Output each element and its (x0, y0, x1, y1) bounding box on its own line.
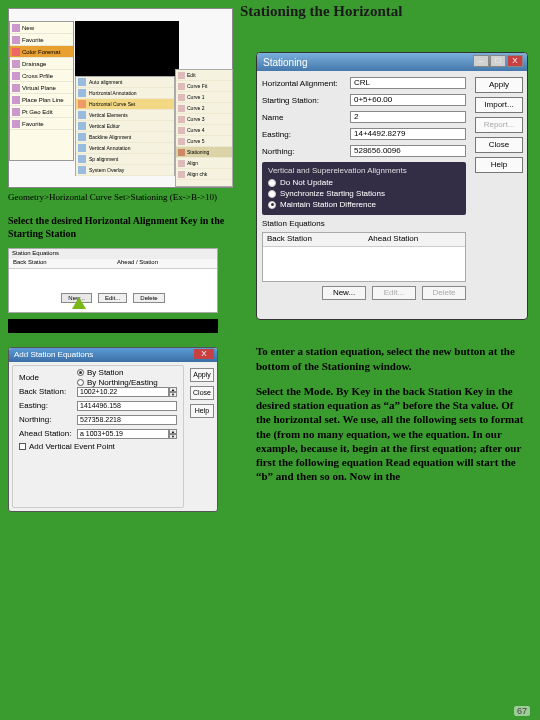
close-button[interactable]: Close (475, 137, 523, 153)
submenu2-item[interactable]: Curve Fit (176, 81, 232, 92)
menu-item[interactable]: Virtual Plane (10, 82, 73, 94)
mini-delete-button[interactable]: Delete (133, 293, 164, 303)
northing-input[interactable] (77, 415, 177, 425)
equations-grid: Back Station Ahead Station (262, 232, 466, 282)
report-button[interactable]: Report... (475, 117, 523, 133)
back-station-input[interactable] (77, 387, 169, 397)
instruction-paragraph-1: To enter a station equation, select the … (256, 344, 524, 374)
starting-station-label: Starting Station: (262, 96, 350, 105)
menu-item[interactable]: Place Plan Line (10, 94, 73, 106)
menu-item[interactable]: Pt Geo Edit (10, 106, 73, 118)
page-title: Stationing the Horizontal (240, 2, 403, 22)
radio-synchronize[interactable] (268, 190, 276, 198)
submenu-item-selected[interactable]: Horizontal Curve Set (76, 99, 174, 110)
northing-label: Northing: (19, 415, 77, 424)
instruction-paragraph-2: Select the Mode. By Key in the back Stat… (256, 384, 524, 484)
radio-by-ne[interactable] (77, 379, 84, 386)
spinner-icon[interactable]: ▲▼ (169, 387, 177, 397)
submenu-item[interactable]: Backline Alignment (76, 132, 174, 143)
menu-item-selected[interactable]: Color Foremat (10, 46, 73, 58)
submenu-item[interactable]: Horizontal Annotation (76, 88, 174, 99)
close-button[interactable]: Close (190, 386, 214, 400)
help-button[interactable]: Help (190, 404, 214, 418)
spinner-icon[interactable]: ▲▼ (169, 429, 177, 439)
main-menu: New Favorite Color Foremat Drainage Cros… (9, 21, 74, 161)
menu-item[interactable]: Favorite (10, 34, 73, 46)
menu-item[interactable]: Favorite (10, 118, 73, 130)
submenu-item[interactable]: Vertical Elements (76, 110, 174, 121)
submenu-item[interactable]: System Overlay (76, 165, 174, 176)
add-station-titlebar[interactable]: Add Station Equations X (9, 348, 217, 362)
name-input[interactable]: 2 (350, 111, 466, 123)
radio-by-station[interactable] (77, 369, 84, 376)
black-bar (8, 319, 218, 333)
radio-do-not-update[interactable] (268, 179, 276, 187)
group-legend: Vertical and Superelevation Alignments (268, 166, 460, 175)
name-label: Name (262, 113, 350, 122)
stationing-titlebar[interactable]: Stationing – □ X (257, 53, 527, 71)
submenu-1: Auto alignment Horizontal Annotation Hor… (75, 76, 175, 176)
caption-instruction-1: Select the desired Horizontal Alignment … (8, 214, 233, 240)
mini-header: Station Equations (9, 249, 217, 259)
menu-item[interactable]: Drainage (10, 58, 73, 70)
mini-columns: Back Station Ahead / Station (9, 259, 217, 269)
menu-item[interactable]: Cross Prfile (10, 70, 73, 82)
page-number: 67 (514, 706, 530, 716)
menu-item[interactable]: New (10, 22, 73, 34)
northing2-input[interactable]: 528656.0096 (350, 145, 466, 157)
submenu2-item[interactable]: Curve 5 (176, 136, 232, 147)
col-back: Back Station (263, 233, 364, 246)
minimize-icon[interactable]: – (473, 55, 489, 67)
submenu2-item[interactable]: Curve 2 (176, 103, 232, 114)
mini-col-ahead: Ahead / Station (113, 259, 217, 268)
caption-menu-path: Geometry>Horizontal Curve Set>Stationing… (8, 192, 233, 204)
easting-input[interactable] (77, 401, 177, 411)
submenu2-item[interactable]: Align (176, 158, 232, 169)
submenu-item[interactable]: Vertical Editor (76, 121, 174, 132)
ahead-station-label: Ahead Station: (19, 429, 77, 438)
station-equations-mini: Station Equations Back Station Ahead / S… (8, 248, 218, 313)
apply-button[interactable]: Apply (190, 368, 214, 382)
horiz-align-select[interactable]: CRL (350, 77, 466, 89)
submenu-2: Edit Curve Fit Curve 1 Curve 2 Curve 3 C… (175, 69, 233, 187)
help-button[interactable]: Help (475, 157, 523, 173)
new-button[interactable]: New... (322, 286, 366, 300)
horiz-align-label: Horizontal Alignment: (262, 79, 350, 88)
easting2-input[interactable]: 14+4492.8279 (350, 128, 466, 140)
mode-label: Mode (19, 373, 77, 382)
import-button[interactable]: Import... (475, 97, 523, 113)
submenu2-item[interactable]: Curve 4 (176, 125, 232, 136)
radio-maintain[interactable] (268, 201, 276, 209)
left-column: New Favorite Color Foremat Drainage Cros… (8, 8, 233, 512)
menu-screenshot: New Favorite Color Foremat Drainage Cros… (8, 8, 233, 188)
submenu2-item[interactable]: Edit (176, 70, 232, 81)
close-icon[interactable]: X (507, 55, 523, 67)
back-station-label: Back Station: (19, 387, 77, 396)
submenu2-item[interactable]: Curve 3 (176, 114, 232, 125)
mini-body (9, 269, 217, 289)
add-station-dialog: Add Station Equations X Mode By Station … (8, 347, 218, 512)
add-station-title: Add Station Equations (14, 350, 93, 359)
ahead-station-input[interactable] (77, 429, 169, 439)
submenu2-item[interactable]: Curve 1 (176, 92, 232, 103)
add-vertical-checkbox[interactable] (19, 443, 26, 450)
edit-button[interactable]: Edit... (372, 286, 416, 300)
delete-button[interactable]: Delete (422, 286, 466, 300)
starting-station-input[interactable]: 0+5+60.00 (350, 94, 466, 106)
maximize-icon[interactable]: □ (490, 55, 506, 67)
submenu-item[interactable]: Vertical Annotation (76, 143, 174, 154)
right-column: Stationing – □ X Horizontal Alignment: C… (256, 52, 528, 484)
col-ahead: Ahead Station (364, 233, 465, 246)
northing2-label: Northing: (262, 147, 350, 156)
mini-col-back: Back Station (9, 259, 113, 268)
submenu2-item[interactable]: Align chk (176, 169, 232, 180)
submenu-item[interactable]: Auto alignment (76, 77, 174, 88)
mini-edit-button[interactable]: Edit... (98, 293, 127, 303)
station-equations-label: Station Equations (262, 219, 466, 228)
vertical-group: Vertical and Superelevation Alignments D… (262, 162, 466, 215)
apply-button[interactable]: Apply (475, 77, 523, 93)
submenu2-item-selected[interactable]: Stationing (176, 147, 232, 158)
easting2-label: Easting: (262, 130, 350, 139)
close-icon[interactable]: X (194, 349, 214, 359)
submenu-item[interactable]: Sp alignment (76, 154, 174, 165)
